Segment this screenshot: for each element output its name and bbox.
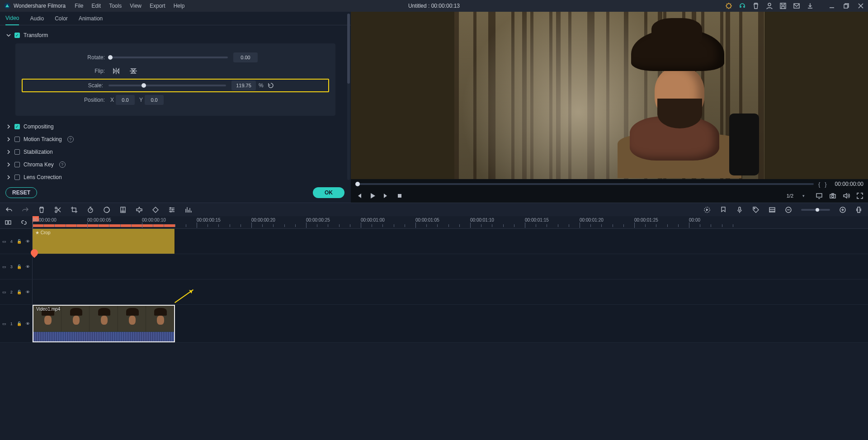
keyframe-tool-icon[interactable] (136, 206, 143, 213)
track-visibility-icon[interactable]: 👁 (26, 239, 30, 244)
zoom-in-icon[interactable] (839, 206, 846, 213)
play-icon[interactable] (369, 192, 376, 199)
snapshot-icon[interactable] (829, 192, 836, 199)
next-frame-icon[interactable] (382, 192, 390, 199)
crop-icon[interactable] (71, 206, 78, 213)
preview-scrubber[interactable] (355, 183, 814, 185)
display-settings-icon[interactable] (816, 192, 823, 199)
track-lock-icon[interactable]: 🔓 (17, 239, 22, 244)
scale-value[interactable]: 119.75 (231, 80, 256, 90)
stabilization-checkbox[interactable] (14, 149, 20, 155)
section-stabilization[interactable]: Stabilization (6, 146, 344, 158)
flip-vertical-icon[interactable] (127, 66, 139, 76)
track-lock-icon[interactable]: 🔓 (17, 290, 22, 294)
menu-help[interactable]: Help (174, 3, 185, 9)
menu-export[interactable]: Export (150, 3, 165, 9)
menu-view[interactable]: View (130, 3, 142, 9)
window-close-icon[interactable] (857, 2, 864, 9)
transform-checkbox[interactable] (14, 33, 20, 38)
color-icon[interactable] (103, 206, 110, 213)
tips-icon[interactable] (725, 2, 732, 9)
auto-ripple-icon[interactable] (5, 219, 12, 226)
link-icon[interactable] (20, 219, 28, 226)
svg-rect-6 (398, 194, 401, 198)
section-motion-tracking[interactable]: Motion Tracking ? (6, 133, 344, 146)
rotate-slider[interactable] (110, 57, 228, 58)
account-icon[interactable] (766, 2, 773, 9)
chevron-right-icon (6, 124, 11, 129)
audio-mixer-icon[interactable] (184, 206, 192, 213)
menu-edit[interactable]: Edit (92, 3, 101, 9)
zoom-out-icon[interactable] (785, 206, 792, 213)
ok-button[interactable]: OK (313, 187, 344, 198)
menu-tools[interactable]: Tools (109, 3, 122, 9)
timeline-ruler[interactable]: 00:00:00:0000:00:00:0500:00:00:1000:00:0… (33, 216, 868, 228)
mark-out-icon[interactable]: } (825, 181, 826, 188)
tab-video[interactable]: Video (5, 12, 19, 25)
title-bar: Wondershare Filmora File Edit Tools View… (0, 0, 868, 12)
tab-animation[interactable]: Animation (79, 12, 103, 25)
dropdown-caret-icon[interactable]: ▾ (802, 194, 805, 198)
track-lock-icon[interactable]: 🔓 (17, 322, 22, 326)
track-visibility-icon[interactable]: 👁 (26, 290, 30, 294)
scale-slider[interactable] (108, 85, 226, 86)
redo-icon[interactable] (22, 206, 29, 213)
clip-crop[interactable]: ★ Crop (33, 229, 175, 254)
zoom-to-fit-icon[interactable] (855, 206, 863, 213)
speed-icon[interactable] (87, 206, 94, 213)
save-icon[interactable] (779, 2, 787, 9)
preview-zoom-value[interactable]: 1/2 (787, 193, 796, 199)
green-screen-icon[interactable] (119, 206, 127, 213)
menu-file[interactable]: File (75, 3, 83, 9)
delete-icon[interactable] (38, 206, 45, 213)
position-x-value[interactable]: 0.0 (116, 95, 135, 105)
mark-in-icon[interactable]: { (818, 181, 820, 188)
preview-canvas[interactable] (351, 12, 868, 179)
mail-icon[interactable] (793, 2, 800, 9)
track-lock-icon[interactable]: 🔓 (17, 265, 22, 269)
track-visibility-icon[interactable]: 👁 (26, 265, 30, 269)
scale-unit: % (259, 82, 264, 89)
fullscreen-icon[interactable] (856, 192, 863, 199)
trash-icon[interactable] (752, 2, 760, 9)
section-chroma-key[interactable]: Chroma Key ? (6, 158, 344, 171)
lens-correction-checkbox[interactable] (14, 175, 20, 180)
reset-button[interactable]: RESET (5, 187, 37, 198)
tab-audio[interactable]: Audio (30, 12, 44, 25)
marker-icon[interactable] (720, 206, 727, 213)
motion-tracking-checkbox[interactable] (14, 137, 20, 142)
section-lens-correction[interactable]: Lens Correction (6, 171, 344, 184)
reset-scale-icon[interactable] (267, 82, 274, 89)
clip-video[interactable]: Video1.mp4 (33, 305, 175, 342)
support-icon[interactable] (739, 2, 746, 9)
chroma-key-checkbox[interactable] (14, 162, 20, 167)
track-manager-icon[interactable] (769, 206, 776, 213)
track-visibility-icon[interactable]: 👁 (26, 322, 30, 326)
timeline-tracks: ▭4 🔓 👁 ★ Crop ▭3 🔓 👁 ▭2 🔓 👁 ▭1 (0, 229, 868, 343)
info-icon[interactable]: ? (59, 161, 66, 168)
panel-scrollbar[interactable] (347, 14, 350, 180)
render-icon[interactable] (703, 206, 711, 213)
flip-horizontal-icon[interactable] (110, 66, 122, 76)
window-minimize-icon[interactable] (828, 2, 835, 9)
rotate-value[interactable]: 0.00 (233, 52, 258, 62)
undo-icon[interactable] (5, 206, 13, 213)
compositing-checkbox[interactable] (14, 124, 20, 129)
window-restore-icon[interactable] (843, 2, 850, 9)
volume-icon[interactable] (843, 192, 850, 199)
section-compositing[interactable]: Compositing (6, 120, 344, 133)
tab-color[interactable]: Color (55, 12, 68, 25)
adjust-icon[interactable] (168, 206, 175, 213)
tag-icon[interactable] (752, 206, 760, 213)
main-menu: File Edit Tools View Export Help (75, 3, 184, 9)
voiceover-icon[interactable] (736, 206, 743, 213)
position-y-value[interactable]: 0.0 (145, 95, 164, 105)
timeline-zoom-slider[interactable] (801, 209, 830, 211)
download-icon[interactable] (807, 2, 814, 9)
prev-frame-icon[interactable] (355, 192, 363, 199)
split-icon[interactable] (54, 206, 61, 213)
stop-icon[interactable] (396, 192, 403, 199)
keyframe-diamond-icon[interactable] (152, 206, 159, 213)
info-icon[interactable]: ? (67, 136, 74, 142)
section-transform[interactable]: Transform (6, 29, 344, 42)
